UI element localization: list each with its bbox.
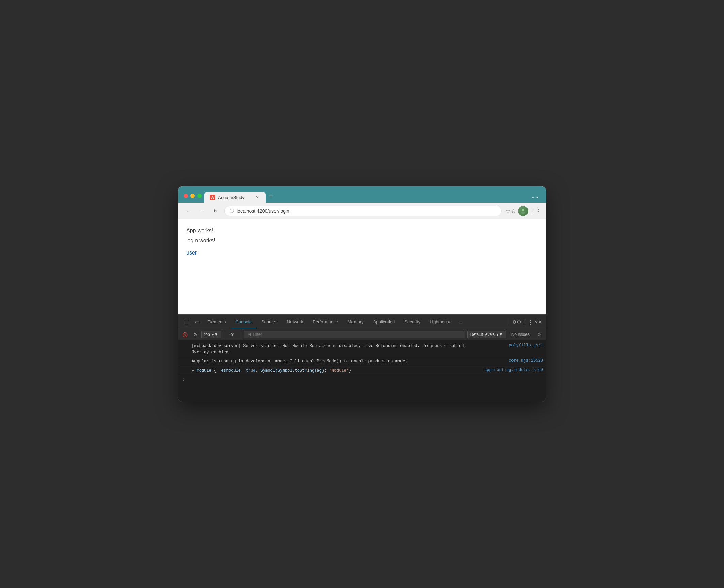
tab-network[interactable]: Network — [282, 316, 308, 328]
eye-icon: 👁 — [230, 332, 235, 337]
refresh-icon — [214, 208, 218, 214]
tab-list-button[interactable]: ⌄ — [530, 191, 540, 201]
default-levels-label: Default levels — [470, 332, 495, 337]
devtools-divider — [509, 318, 509, 325]
svg-point-1 — [521, 212, 525, 214]
context-label: top — [204, 332, 210, 337]
menu-icon: ⋮ — [530, 207, 541, 215]
tab-bar: A AngularStudy ✕ + ⌄ — [204, 191, 540, 203]
console-message-3: ▶ Module {__esModule: true, Symbol(Symbo… — [192, 368, 482, 374]
tab-more-button[interactable]: » — [456, 316, 464, 328]
address-bar[interactable] — [224, 206, 502, 216]
page-line1: App works! — [186, 226, 538, 236]
page-line2: login works! — [186, 236, 538, 246]
close-devtools-icon: ✕ — [535, 319, 542, 325]
console-source-link-3[interactable]: app-routing.module.ts:69 — [484, 368, 543, 372]
devtools-panel: ⬚ ▭ Elements Console Sources Network Per… — [178, 314, 546, 402]
toolbar-divider2 — [240, 331, 240, 338]
minimize-button[interactable] — [190, 194, 195, 198]
tab-security[interactable]: Security — [399, 316, 425, 328]
console-source-link-1[interactable]: polyfills.js:1 — [509, 343, 543, 348]
default-levels-dropdown[interactable]: Default levels ▼ — [467, 331, 506, 338]
console-toolbar: 🚫 ⊘ top ▼ 👁 ⊟ Default levels ▼ — [178, 329, 546, 340]
devtools-device-button[interactable]: ▭ — [192, 315, 203, 329]
tab-label: AngularStudy — [218, 195, 245, 200]
tab-console[interactable]: Console — [231, 316, 256, 328]
devtools-tab-bar: ⬚ ▭ Elements Console Sources Network Per… — [178, 315, 546, 329]
svg-point-0 — [522, 209, 524, 211]
context-chevron-icon: ▼ — [211, 332, 218, 337]
refresh-button[interactable] — [211, 206, 220, 216]
options-icon: ⋮ — [522, 319, 533, 325]
devtools-settings-button[interactable]: ⚙ — [512, 317, 521, 327]
maximize-button[interactable] — [197, 194, 202, 198]
back-button[interactable] — [184, 206, 193, 216]
default-levels-chevron: ▼ — [496, 332, 503, 337]
page-content: App works! login works! user — [178, 219, 546, 314]
console-line-1: [webpack-dev-server] Server started: Hot… — [178, 342, 546, 357]
url-input[interactable] — [237, 208, 497, 214]
tab-lighthouse[interactable]: Lighthouse — [425, 316, 456, 328]
forward-button[interactable] — [197, 206, 207, 216]
tab-memory[interactable]: Memory — [343, 316, 368, 328]
clear-console-icon: 🚫 — [182, 332, 188, 337]
devtools-options-button[interactable]: ⋮ — [523, 317, 532, 327]
devtools-inspect-button[interactable]: ⬚ — [181, 315, 192, 329]
tab-favicon: A — [210, 195, 215, 200]
address-actions: ☆ ⋮ — [506, 206, 540, 216]
devtools-close-button[interactable]: ✕ — [534, 317, 543, 327]
bookmark-button[interactable]: ☆ — [506, 206, 515, 216]
toolbar-divider — [225, 331, 225, 338]
console-clear-button[interactable]: 🚫 — [181, 330, 189, 339]
star-icon: ☆ — [505, 207, 516, 215]
console-prompt[interactable]: > — [178, 375, 546, 385]
back-icon — [186, 208, 191, 214]
console-context-dropdown[interactable]: top ▼ — [201, 331, 221, 338]
console-message-2: Angular is running in development mode. … — [192, 358, 506, 364]
console-line-2: Angular is running in development mode. … — [178, 357, 546, 366]
avatar-icon — [520, 208, 526, 214]
profile-button[interactable] — [518, 206, 528, 216]
title-bar: A AngularStudy ✕ + ⌄ — [178, 186, 546, 203]
security-icon — [230, 208, 234, 214]
tab-application[interactable]: Application — [368, 316, 400, 328]
no-issues-badge: No Issues — [508, 331, 533, 338]
console-message-1: [webpack-dev-server] Server started: Hot… — [192, 343, 506, 355]
prompt-caret: > — [183, 377, 186, 382]
inspect-icon: ⬚ — [184, 319, 189, 325]
console-line-3: ▶ Module {__esModule: true, Symbol(Symbo… — [178, 366, 546, 375]
tab-close-button[interactable]: ✕ — [255, 195, 260, 200]
forward-icon — [200, 208, 204, 214]
active-tab[interactable]: A AngularStudy ✕ — [204, 192, 266, 203]
no-issues-text: No Issues — [511, 332, 530, 337]
tab-sources[interactable]: Sources — [256, 316, 282, 328]
console-source-link-2[interactable]: core.mjs:25520 — [509, 358, 543, 363]
menu-button[interactable]: ⋮ — [531, 206, 540, 216]
console-settings-button[interactable]: ⚙ — [535, 330, 543, 339]
nav-bar: ☆ ⋮ — [178, 203, 546, 219]
filter-input[interactable] — [253, 332, 461, 337]
console-gear-icon: ⚙ — [537, 332, 541, 337]
filter-icon: ⊟ — [248, 332, 251, 337]
console-toolbar-right: Default levels ▼ No Issues ⚙ — [467, 330, 543, 339]
traffic-lights — [184, 194, 202, 203]
page-user-link[interactable]: user — [186, 250, 538, 256]
console-filter-bar[interactable]: ⊟ — [244, 331, 465, 338]
settings-icon: ⚙ — [512, 319, 521, 325]
new-tab-button[interactable]: + — [266, 191, 277, 201]
console-block-button[interactable]: ⊘ — [191, 330, 199, 339]
console-output: [webpack-dev-server] Server started: Hot… — [178, 340, 546, 402]
close-button[interactable] — [184, 194, 188, 198]
browser-window: A AngularStudy ✕ + ⌄ — [178, 186, 546, 402]
tab-elements[interactable]: Elements — [203, 316, 231, 328]
tab-performance[interactable]: Performance — [308, 316, 343, 328]
block-icon: ⊘ — [193, 332, 197, 337]
console-eye-button[interactable]: 👁 — [229, 330, 237, 339]
devtools-actions: ⚙ ⋮ ✕ — [507, 317, 543, 327]
tab-list-icon: ⌄ — [531, 193, 539, 199]
device-icon: ▭ — [195, 319, 200, 325]
